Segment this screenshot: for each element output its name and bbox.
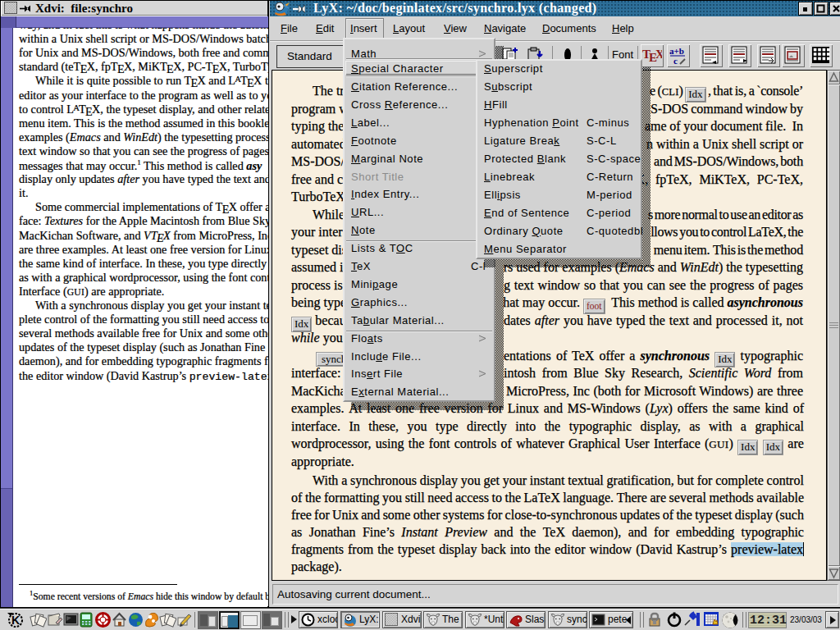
svg-text:K: K: [11, 614, 20, 627]
svg-text:a+b: a+b: [669, 46, 684, 56]
svg-text:c: c: [673, 56, 678, 66]
svg-text:X: X: [655, 48, 662, 61]
